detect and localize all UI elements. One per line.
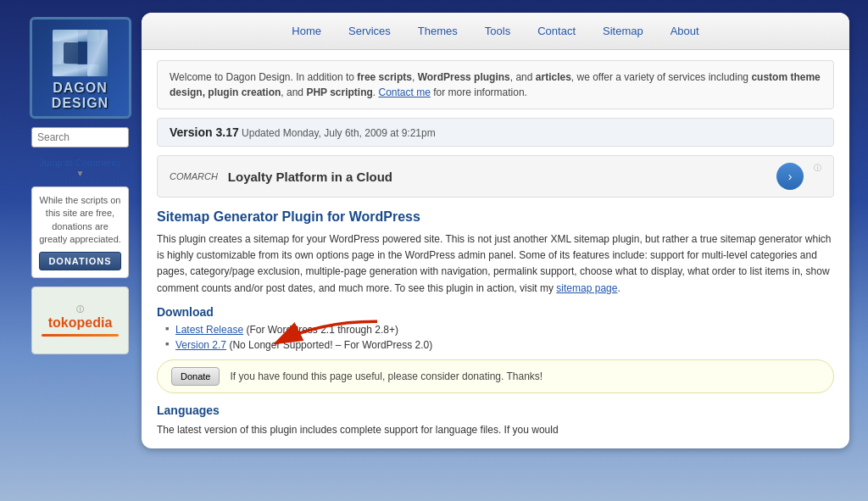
donation-text: While the scripts on this site are free,… bbox=[39, 195, 121, 244]
download-item-latest: Latest Release (For WordPress 2.1 throug… bbox=[165, 324, 834, 336]
nav-contact[interactable]: Contact bbox=[524, 19, 589, 42]
ad-banner: COMARCH Loyalty Platform in a Cloud › ⓘ bbox=[157, 155, 834, 198]
donate-text: If you have found this page useful, plea… bbox=[230, 370, 542, 382]
nav-sitemap[interactable]: Sitemap bbox=[589, 19, 657, 42]
version-number: Version 3.17 bbox=[170, 125, 239, 139]
nav-themes[interactable]: Themes bbox=[404, 19, 471, 42]
nav-services[interactable]: Services bbox=[335, 19, 404, 42]
jump-arrow-icon: ▼ bbox=[40, 169, 120, 178]
sidebar-ad-text: tokopedia bbox=[48, 315, 113, 331]
languages-description: The latest version of this plugin includ… bbox=[157, 422, 834, 438]
nav-bar: Home Services Themes Tools Contact Sitem… bbox=[142, 13, 849, 50]
nav-home[interactable]: Home bbox=[278, 19, 335, 42]
version-27-link[interactable]: Version 2.7 bbox=[175, 339, 226, 351]
donation-text-box: While the scripts on this site are free,… bbox=[31, 186, 129, 278]
ad-text: Loyalty Platform in a Cloud bbox=[228, 170, 392, 184]
content-body: Welcome to Dagon Design. In addition to … bbox=[142, 50, 849, 448]
donate-button[interactable]: Donate bbox=[171, 367, 220, 386]
donate-bar: Donate If you have found this page usefu… bbox=[157, 359, 834, 393]
svg-rect-4 bbox=[64, 42, 87, 64]
sidebar-ad-content: ⓘ tokopedia bbox=[32, 287, 128, 353]
svg-rect-3 bbox=[87, 30, 108, 76]
logo: DAGON DESIGN bbox=[30, 17, 131, 119]
nav-about[interactable]: About bbox=[657, 19, 713, 42]
contact-me-link[interactable]: Contact me bbox=[379, 86, 431, 98]
plugin-title: Sitemap Generator Plugin for WordPress bbox=[157, 209, 834, 225]
version-27-sub: (No Longer Supported! – For WordPress 2.… bbox=[229, 339, 432, 351]
content-area: Home Services Themes Tools Contact Sitem… bbox=[142, 13, 849, 448]
sidebar: DAGON DESIGN Jump to Comments ▼ While th… bbox=[19, 13, 142, 448]
sidebar-ad: ⓘ tokopedia bbox=[31, 287, 129, 354]
languages-title: Languages bbox=[157, 404, 834, 417]
jump-to-comments-link[interactable]: Jump to Comments bbox=[40, 158, 120, 168]
ad-arrow-button[interactable]: › bbox=[776, 163, 804, 190]
download-list: Latest Release (For WordPress 2.1 throug… bbox=[165, 324, 834, 351]
latest-release-link[interactable]: Latest Release bbox=[175, 324, 243, 336]
latest-release-sub: (For WordPress 2.1 through 2.8+) bbox=[246, 324, 398, 336]
donations-button[interactable]: DONATIONS bbox=[39, 252, 121, 270]
logo-icon bbox=[48, 25, 112, 81]
plugin-description: This plugin creates a sitemap for your W… bbox=[157, 231, 834, 297]
download-title: Download bbox=[157, 305, 834, 319]
download-section: Download Latest Release (For WordPress 2… bbox=[157, 305, 834, 351]
search-input[interactable] bbox=[31, 127, 129, 148]
logo-text: DAGON DESIGN bbox=[52, 81, 108, 110]
comarch-logo: COMARCH bbox=[170, 171, 218, 181]
ad-info-icon: ⓘ bbox=[814, 163, 821, 174]
download-item-v27: Version 2.7 (No Longer Supported! – For … bbox=[165, 339, 834, 351]
nav-tools[interactable]: Tools bbox=[471, 19, 524, 42]
sitemap-page-link[interactable]: sitemap page bbox=[556, 282, 617, 294]
version-updated: Updated Monday, July 6th, 2009 at 9:21pm bbox=[242, 127, 436, 139]
version-bar: Version 3.17 Updated Monday, July 6th, 2… bbox=[157, 118, 834, 147]
welcome-box: Welcome to Dagon Design. In addition to … bbox=[157, 60, 834, 109]
